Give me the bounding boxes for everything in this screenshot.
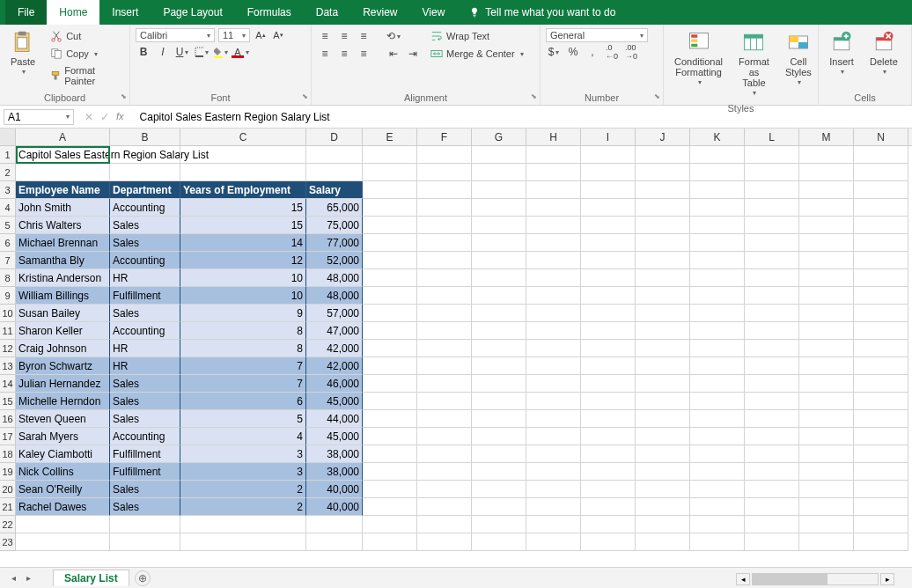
cell[interactable] bbox=[417, 252, 472, 269]
cell[interactable] bbox=[180, 164, 306, 181]
cell[interactable] bbox=[854, 393, 908, 410]
cell[interactable] bbox=[417, 357, 472, 375]
cell[interactable] bbox=[472, 340, 526, 357]
cell[interactable] bbox=[745, 146, 799, 164]
bold-button[interactable]: B bbox=[136, 44, 151, 60]
cell[interactable] bbox=[472, 146, 526, 164]
cell[interactable] bbox=[690, 234, 745, 252]
column-header-E[interactable]: E bbox=[363, 129, 417, 145]
cell[interactable] bbox=[363, 322, 417, 340]
cell[interactable] bbox=[417, 533, 472, 551]
cell[interactable] bbox=[363, 217, 417, 234]
cell[interactable] bbox=[363, 146, 417, 164]
cell[interactable]: 2 bbox=[180, 481, 306, 498]
cell[interactable] bbox=[526, 463, 581, 481]
cell[interactable] bbox=[110, 146, 180, 164]
cell[interactable]: HR bbox=[110, 340, 180, 357]
cell[interactable]: Rachel Dawes bbox=[16, 498, 110, 516]
cell[interactable] bbox=[581, 217, 636, 234]
cell[interactable]: Capitol Sales Eastern Region Salary List bbox=[16, 146, 110, 164]
row-header[interactable]: 9 bbox=[0, 287, 16, 305]
row-header[interactable]: 2 bbox=[0, 164, 16, 181]
cell[interactable] bbox=[745, 481, 799, 498]
cell[interactable] bbox=[854, 516, 908, 533]
cell[interactable] bbox=[363, 428, 417, 445]
cell[interactable] bbox=[799, 481, 854, 498]
cell[interactable] bbox=[417, 322, 472, 340]
row-header[interactable]: 10 bbox=[0, 305, 16, 322]
cell[interactable] bbox=[854, 146, 908, 164]
cell[interactable] bbox=[363, 533, 417, 551]
cell[interactable]: Salary bbox=[306, 181, 363, 199]
column-header-A[interactable]: A bbox=[16, 129, 110, 145]
row-header[interactable]: 5 bbox=[0, 217, 16, 234]
cell[interactable] bbox=[526, 181, 581, 199]
cell[interactable] bbox=[472, 234, 526, 252]
cell[interactable]: Michelle Herndon bbox=[16, 393, 110, 410]
cell[interactable] bbox=[417, 410, 472, 428]
row-header[interactable]: 13 bbox=[0, 357, 16, 375]
cell[interactable] bbox=[306, 516, 363, 533]
cell[interactable] bbox=[690, 287, 745, 305]
cell[interactable]: 7 bbox=[180, 375, 306, 393]
cell[interactable] bbox=[690, 357, 745, 375]
cell[interactable] bbox=[854, 445, 908, 463]
cell[interactable] bbox=[526, 516, 581, 533]
cell[interactable] bbox=[636, 357, 690, 375]
sheet-nav-next[interactable]: ▸ bbox=[24, 573, 33, 583]
cell[interactable] bbox=[363, 516, 417, 533]
cell[interactable] bbox=[472, 269, 526, 287]
cell[interactable] bbox=[690, 428, 745, 445]
cell[interactable]: Accounting bbox=[110, 199, 180, 217]
cell[interactable]: William Billings bbox=[16, 287, 110, 305]
cell[interactable] bbox=[472, 357, 526, 375]
cell[interactable] bbox=[581, 234, 636, 252]
cell[interactable] bbox=[690, 498, 745, 516]
cell[interactable]: 57,000 bbox=[306, 305, 363, 322]
cancel-formula-icon[interactable]: ✕ bbox=[85, 111, 93, 123]
cell[interactable]: Sean O'Reilly bbox=[16, 481, 110, 498]
cell[interactable]: 9 bbox=[180, 305, 306, 322]
cell[interactable] bbox=[799, 516, 854, 533]
cell[interactable] bbox=[690, 463, 745, 481]
cell[interactable] bbox=[417, 445, 472, 463]
cell[interactable] bbox=[472, 445, 526, 463]
cell[interactable]: 8 bbox=[180, 340, 306, 357]
cell[interactable] bbox=[472, 428, 526, 445]
cell[interactable] bbox=[581, 269, 636, 287]
cell[interactable] bbox=[745, 428, 799, 445]
cell[interactable] bbox=[526, 322, 581, 340]
cell[interactable]: Sales bbox=[110, 305, 180, 322]
cell[interactable] bbox=[417, 164, 472, 181]
cell[interactable] bbox=[799, 428, 854, 445]
cell[interactable]: 40,000 bbox=[306, 481, 363, 498]
cell[interactable] bbox=[581, 322, 636, 340]
cell[interactable] bbox=[581, 252, 636, 269]
wrap-text-button[interactable]: Wrap Text bbox=[426, 28, 528, 44]
cell[interactable] bbox=[690, 269, 745, 287]
cell[interactable] bbox=[745, 410, 799, 428]
cell[interactable] bbox=[799, 357, 854, 375]
cell[interactable] bbox=[690, 340, 745, 357]
cell[interactable] bbox=[472, 287, 526, 305]
font-family-select[interactable]: Calibri▾ bbox=[136, 28, 215, 42]
cell[interactable] bbox=[799, 463, 854, 481]
cell[interactable] bbox=[636, 498, 690, 516]
cell[interactable] bbox=[526, 146, 581, 164]
cell[interactable]: Kristina Anderson bbox=[16, 269, 110, 287]
comma-format-button[interactable]: , bbox=[585, 44, 600, 60]
cell[interactable] bbox=[854, 357, 908, 375]
row-header[interactable]: 18 bbox=[0, 445, 16, 463]
cell[interactable] bbox=[472, 533, 526, 551]
cell[interactable] bbox=[581, 305, 636, 322]
cell[interactable]: Accounting bbox=[110, 252, 180, 269]
row-header[interactable]: 20 bbox=[0, 481, 16, 498]
cell[interactable] bbox=[690, 481, 745, 498]
cell[interactable] bbox=[799, 393, 854, 410]
cell[interactable]: 48,000 bbox=[306, 287, 363, 305]
cell[interactable] bbox=[636, 445, 690, 463]
cell[interactable] bbox=[417, 428, 472, 445]
cell[interactable] bbox=[526, 481, 581, 498]
cell[interactable]: Accounting bbox=[110, 322, 180, 340]
cell[interactable]: 38,000 bbox=[306, 463, 363, 481]
